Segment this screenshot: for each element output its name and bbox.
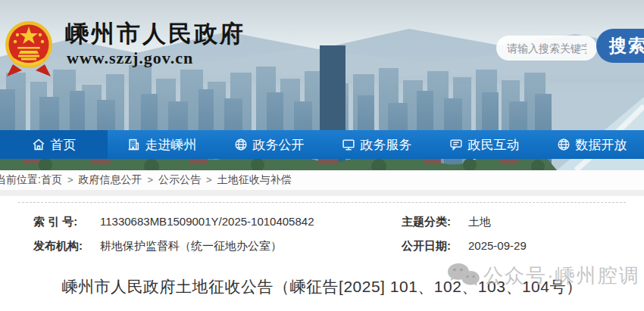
- nav-item-label: 数据开放: [576, 136, 627, 154]
- breadcrumb-bar: 当前位置:首页>政府信息公开>公示公告>土地征收与补偿: [0, 170, 644, 190]
- breadcrumb-item-notices[interactable]: 公示公告: [158, 173, 201, 185]
- nav-item-gov-services[interactable]: 政务服务: [323, 130, 430, 159]
- meta-date-value: 2025-09-29: [468, 239, 644, 253]
- chat-icon: [449, 138, 463, 151]
- nav-item-label: 走进嵊州: [145, 136, 197, 154]
- breadcrumb-label: 当前位置:: [0, 173, 41, 185]
- nav-item-label: 政务服务: [361, 136, 412, 154]
- breadcrumb-separator: >: [206, 174, 212, 185]
- article-title: 嵊州市人民政府土地征收公告（嵊征告[2025] 101、102、103、104号…: [0, 276, 644, 297]
- meta-agency-label: 发布机构:: [33, 239, 100, 253]
- nav-item-interaction[interactable]: 政民互动: [430, 130, 538, 159]
- article-meta: 索 引 号: 11330683MB1509001Y/2025-101040584…: [0, 203, 644, 253]
- breadcrumb-item-home[interactable]: 首页: [41, 173, 62, 185]
- site-title: 嵊州市人民政府: [65, 18, 245, 50]
- nav-item-home[interactable]: 首页: [0, 130, 108, 159]
- meta-index-value: 11330683MB1509001Y/2025-1010405842: [100, 215, 402, 229]
- nav-item-open-data[interactable]: 数据开放: [538, 130, 644, 159]
- article-card: 索 引 号: 11330683MB1509001Y/2025-101040584…: [0, 196, 644, 311]
- nav-item-gov-info[interactable]: 政务公开: [215, 130, 323, 159]
- building-icon: [127, 138, 140, 151]
- meta-category-label: 主题分类:: [402, 215, 468, 229]
- search-button[interactable]: 搜索: [596, 29, 644, 63]
- breadcrumb-separator: >: [67, 174, 73, 185]
- breadcrumb-separator: >: [147, 174, 153, 185]
- nav-item-about[interactable]: 走进嵊州: [108, 130, 215, 159]
- national-emblem-logo: [4, 11, 54, 76]
- meta-category-value: 土地: [468, 215, 644, 229]
- nav-item-label: 政务公开: [253, 136, 305, 154]
- globe-icon: [557, 138, 571, 151]
- main-nav: 首页 走进嵊州 政务公开: [0, 130, 644, 159]
- site-header: 嵊州市人民政府 www.szzj.gov.cn 搜索 首页 走进嵊州: [0, 0, 644, 170]
- nav-item-label: 首页: [51, 136, 77, 154]
- home-icon: [32, 138, 45, 151]
- nav-item-label: 政民互动: [468, 136, 520, 154]
- breadcrumb: 当前位置:首页>政府信息公开>公示公告>土地征收与补偿: [0, 173, 292, 187]
- divider-band: [0, 190, 644, 196]
- search-input[interactable]: [496, 36, 597, 61]
- meta-agency-value: 耕地保护监督科（统一征地办公室）: [100, 239, 402, 253]
- meta-date-label: 公开日期:: [402, 239, 468, 253]
- breadcrumb-item-land[interactable]: 土地征收与补偿: [217, 173, 292, 185]
- meta-index-label: 索 引 号:: [33, 215, 100, 229]
- page: 嵊州市人民政府 www.szzj.gov.cn 搜索 首页 走进嵊州: [0, 0, 644, 311]
- globe-icon: [234, 138, 248, 151]
- site-url: www.szzj.gov.cn: [67, 48, 193, 68]
- monitor-icon: [342, 138, 355, 151]
- breadcrumb-item-gov-info[interactable]: 政府信息公开: [78, 173, 142, 185]
